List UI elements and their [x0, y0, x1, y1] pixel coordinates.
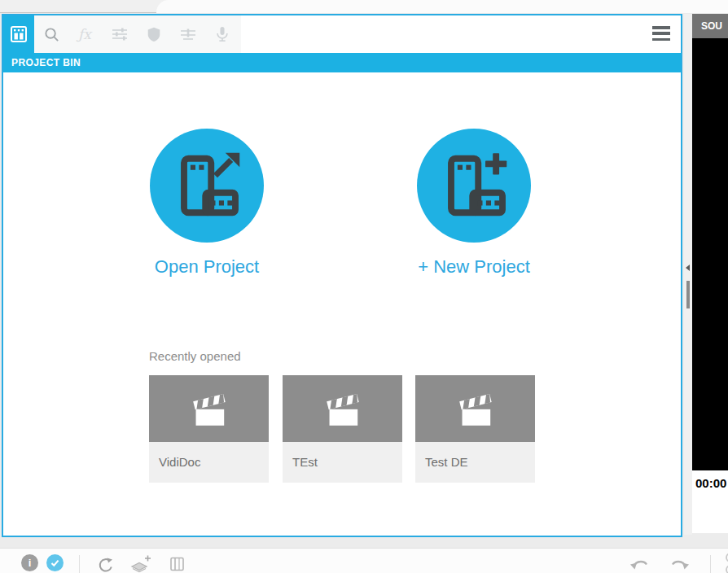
project-thumbnail	[415, 375, 535, 442]
recently-opened-heading: Recently opened	[149, 349, 241, 363]
new-project-film-icon	[440, 151, 508, 220]
project-name: Test DE	[415, 442, 535, 483]
approve-check-icon	[50, 558, 60, 568]
recent-project-card[interactable]: TEst	[283, 375, 402, 483]
project-thumbnail	[149, 375, 269, 442]
project-bin-tab-button[interactable]	[3, 15, 34, 53]
project-name: VidiDoc	[149, 442, 269, 483]
effects-fx-icon: ƒx	[76, 25, 95, 43]
recent-project-card[interactable]: Test DE	[415, 375, 535, 483]
shield-button[interactable]	[137, 15, 171, 53]
microphone-button[interactable]	[205, 15, 239, 53]
new-project-button[interactable]: + New Project	[360, 129, 588, 278]
browser-tab	[156, 0, 728, 13]
reset-history-icon	[96, 555, 116, 573]
info-button[interactable]: i	[21, 554, 38, 571]
hamburger-menu-icon[interactable]	[652, 26, 670, 41]
recent-project-card[interactable]: VidiDoc	[149, 375, 269, 483]
redo-icon	[670, 557, 690, 573]
toolbar-divider	[710, 555, 711, 573]
open-project-button[interactable]: Open Project	[93, 129, 321, 278]
source-panel-header: SOU	[692, 14, 728, 38]
effects-button[interactable]: ƒx	[68, 15, 103, 53]
open-project-label: Open Project	[93, 256, 321, 278]
clipped-edge-button[interactable]	[722, 552, 728, 573]
project-name: TEst	[283, 442, 402, 483]
add-layers-icon	[129, 555, 151, 573]
open-project-film-icon	[173, 151, 241, 220]
undo-button[interactable]	[629, 557, 649, 573]
project-bin-title: PROJECT BIN	[11, 57, 81, 68]
storyboard-button[interactable]	[169, 556, 186, 573]
storyboard-icon	[169, 556, 186, 572]
mixer-sliders-icon	[179, 25, 197, 43]
info-icon: i	[29, 557, 32, 569]
project-thumbnail	[283, 375, 402, 442]
main-toolbar: ƒx	[3, 15, 681, 53]
project-bin-icon	[10, 25, 28, 43]
reset-button[interactable]	[96, 555, 116, 573]
splitter-drag-handle[interactable]	[686, 281, 690, 308]
redo-button[interactable]	[670, 557, 690, 573]
adjust-button[interactable]	[103, 15, 137, 53]
browser-strip	[0, 0, 728, 13]
toolbar-icon-group: ƒx	[34, 15, 241, 53]
approve-button[interactable]	[46, 554, 64, 571]
search-button[interactable]	[34, 15, 68, 53]
shield-icon	[146, 25, 162, 43]
new-project-label: + New Project	[360, 256, 588, 278]
source-panel: SOU 00:00	[692, 14, 728, 533]
collapse-panel-arrow-icon[interactable]	[686, 265, 690, 271]
project-bin-panel: ƒx	[2, 14, 682, 537]
svg-text:ƒx: ƒx	[76, 26, 93, 42]
source-video-viewport[interactable]	[692, 38, 728, 470]
clapperboard-icon	[454, 389, 497, 428]
clapperboard-icon	[188, 389, 230, 428]
adjust-sliders-icon	[111, 25, 129, 43]
mixer-button[interactable]	[171, 15, 205, 53]
add-layer-button[interactable]	[129, 555, 151, 573]
undo-icon	[629, 557, 649, 573]
new-project-circle	[417, 129, 531, 243]
project-bin-header: PROJECT BIN	[3, 53, 681, 72]
panel-splitter[interactable]	[684, 14, 692, 535]
source-timecode: 00:00	[692, 470, 728, 490]
clipped-edge-icon	[722, 552, 728, 573]
search-icon	[43, 26, 60, 43]
bottom-toolbar: i	[0, 548, 728, 573]
toolbar-divider	[79, 555, 80, 573]
clapperboard-icon	[322, 389, 364, 428]
source-panel-title: SOU	[701, 20, 722, 32]
microphone-icon	[214, 25, 230, 43]
open-project-circle	[150, 129, 264, 243]
